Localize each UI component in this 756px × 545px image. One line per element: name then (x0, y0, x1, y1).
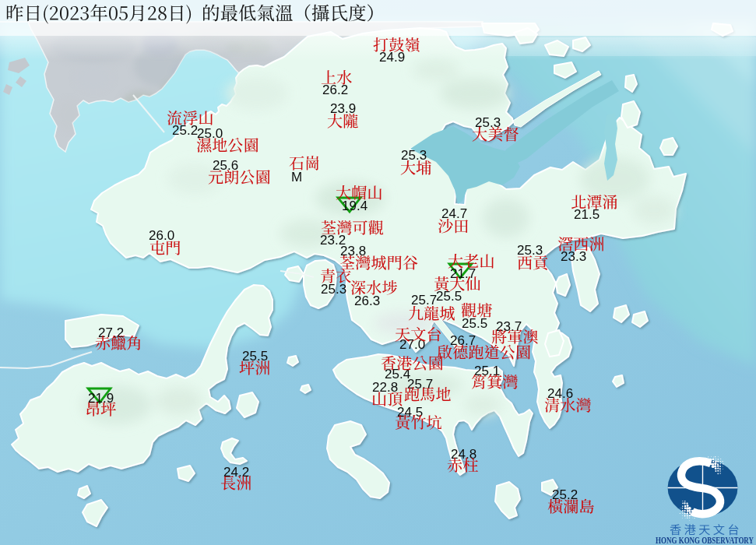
svg-text:27.2: 27.2 (98, 325, 124, 340)
svg-text:25.5: 25.5 (242, 349, 268, 364)
svg-text:24.7: 24.7 (441, 206, 467, 221)
svg-text:23.3: 23.3 (561, 249, 586, 264)
svg-text:25.7: 25.7 (407, 377, 433, 392)
svg-text:24.2: 24.2 (223, 465, 249, 480)
svg-text:24.5: 24.5 (397, 405, 423, 420)
svg-text:19.4: 19.4 (342, 199, 367, 213)
svg-text:26.3: 26.3 (354, 294, 380, 308)
svg-text:25.7: 25.7 (411, 293, 437, 308)
svg-text:26.2: 26.2 (322, 83, 348, 97)
svg-text:25.5: 25.5 (436, 289, 462, 304)
svg-text:25.3: 25.3 (475, 115, 501, 130)
svg-text:21.7: 21.7 (450, 266, 476, 281)
svg-text:21.5: 21.5 (574, 207, 600, 222)
svg-text:25.3: 25.3 (401, 148, 427, 163)
svg-text:25.6: 25.6 (213, 158, 238, 173)
svg-text:23.9: 23.9 (330, 101, 356, 116)
svg-text:22.8: 22.8 (372, 380, 398, 395)
svg-text:25.5: 25.5 (462, 316, 487, 331)
svg-text:25.3: 25.3 (321, 282, 346, 297)
svg-text:HONG KONG OBSERVATORY: HONG KONG OBSERVATORY (656, 535, 754, 545)
svg-text:24.6: 24.6 (547, 386, 573, 401)
svg-text:26.0: 26.0 (149, 228, 174, 243)
svg-text:25.3: 25.3 (517, 243, 543, 258)
svg-text:24.9: 24.9 (379, 50, 405, 65)
svg-text:M: M (291, 170, 302, 185)
svg-text:25.2: 25.2 (172, 123, 198, 138)
